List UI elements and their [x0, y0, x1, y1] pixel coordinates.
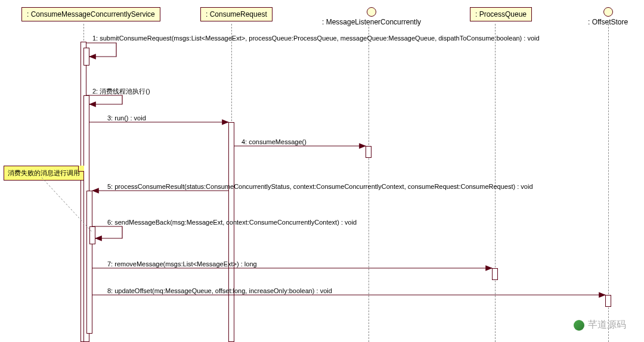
- wechat-icon: [574, 320, 584, 331]
- message-5-label: 5: processConsumeResult(status:ConsumeCo…: [107, 183, 533, 190]
- lifeline-dash: [608, 24, 609, 342]
- note-fold-icon: [78, 166, 84, 172]
- activation-bar: [228, 122, 234, 342]
- message-8-label: 8: updateOffset(mq:MessageQueue, offset:…: [107, 287, 332, 294]
- watermark: 芊道源码: [574, 319, 626, 331]
- activation-bar: [366, 146, 371, 158]
- message-2-label: 2: 消费线程池执行(): [92, 87, 150, 96]
- lifeline-actor-icon: [367, 7, 376, 17]
- note-text: 消费失败的消息进行调用: [8, 169, 80, 176]
- lifeline-consume-request: : ConsumeRequest: [200, 7, 273, 21]
- message-6-label: 6: sendMessageBack(msg:MessageExt, conte…: [107, 219, 357, 226]
- message-3-label: 3: run() : void: [107, 114, 146, 122]
- lifeline-process-queue: : ProcessQueue: [470, 7, 532, 21]
- activation-bar: [89, 226, 95, 244]
- watermark-text: 芊道源码: [588, 319, 626, 331]
- activation-bar: [86, 191, 92, 334]
- lifeline-box: : ConsumeRequest: [200, 7, 273, 21]
- activation-bar: [605, 295, 611, 307]
- note-consume-fail: 消费失败的消息进行调用: [4, 166, 84, 181]
- activation-bar: [492, 268, 498, 280]
- lifeline-message-listener: : MessageListenerConcurrently: [322, 7, 421, 26]
- activation-bar: [83, 48, 89, 66]
- lifeline-consume-service: : ConsumeMessageConcurrentlyService: [21, 7, 160, 21]
- lifeline-label: : MessageListenerConcurrently: [322, 18, 421, 26]
- message-4-label: 4: consumeMessage(): [242, 138, 306, 145]
- lifeline-box: : ConsumeMessageConcurrentlyService: [21, 7, 160, 21]
- lifeline-box: : ProcessQueue: [470, 7, 532, 21]
- message-7-label: 7: removeMessage(msgs:List<MessageExt>) …: [107, 260, 257, 268]
- lifeline-actor-icon: [603, 7, 613, 17]
- message-1-label: 1: submitConsumeRequest(msgs:List<Messag…: [92, 35, 540, 42]
